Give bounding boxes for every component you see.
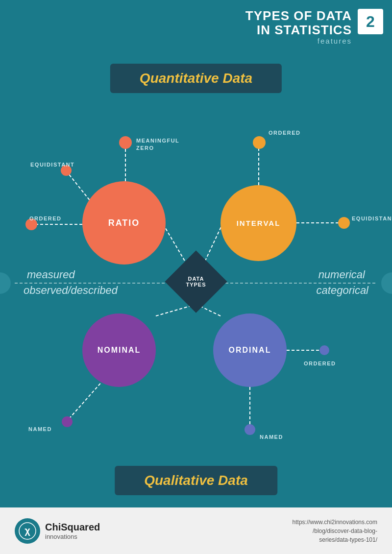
interval-ordered-dot: [253, 136, 266, 149]
title-subtitle: features: [245, 37, 352, 45]
ordinal-named-label: NAMED: [260, 434, 283, 440]
nominal-named-label: NAMED: [28, 426, 52, 432]
svg-text:χ: χ: [24, 525, 30, 536]
measured-label: measured: [27, 268, 75, 281]
nominal-named-dot: [62, 416, 73, 427]
title-block: TYPES OF DATA IN STATISTICS features: [245, 9, 352, 45]
number-badge: 2: [358, 9, 383, 34]
title-main: TYPES OF DATA IN STATISTICS: [245, 9, 352, 37]
ratio-equidistant-label: EQUIDISTANT: [30, 162, 74, 168]
ordinal-circle: ORDINAL: [213, 313, 287, 387]
interval-ordered-label: ORDERED: [269, 130, 301, 136]
ratio-meaningful-zero-label: MEANINGFUL ZERO: [136, 137, 179, 152]
footer-url: https://www.chi2innovations.com /blog/di…: [293, 518, 377, 544]
header: TYPES OF DATA IN STATISTICS features 2: [245, 0, 392, 45]
ordinal-ordered-label: ORDERED: [304, 361, 336, 366]
quantitative-banner: Quantitative Data: [110, 64, 282, 93]
ordinal-named-dot: [245, 424, 255, 435]
right-half-circle: [381, 272, 392, 294]
qualitative-banner: Qualitative Data: [115, 466, 277, 495]
ratio-meaningful-zero-dot: [119, 136, 132, 149]
ratio-ordered-label: ORDERED: [29, 216, 62, 221]
ordinal-ordered-dot: [319, 345, 329, 355]
observed-label: observed/described: [24, 284, 118, 297]
interval-circle: INTERVAL: [220, 185, 296, 261]
categorical-label: categorical: [317, 284, 368, 297]
svg-line-10: [68, 376, 107, 420]
ratio-circle: RATIO: [82, 181, 166, 265]
left-half-circle: [0, 272, 11, 294]
interval-equidistant-label: EQUIDISTANT: [352, 216, 392, 221]
nominal-circle: NOMINAL: [82, 313, 156, 387]
footer: χ ChiSquared innovations https://www.chi…: [0, 507, 392, 554]
logo-area: χ ChiSquared innovations: [15, 518, 100, 544]
logo-text: ChiSquared innovations: [45, 522, 100, 540]
diamond-label: DATA TYPES: [174, 260, 218, 304]
numerical-label: numerical: [318, 268, 365, 281]
interval-equidistant-dot: [338, 217, 350, 229]
logo-icon: χ: [15, 518, 40, 544]
